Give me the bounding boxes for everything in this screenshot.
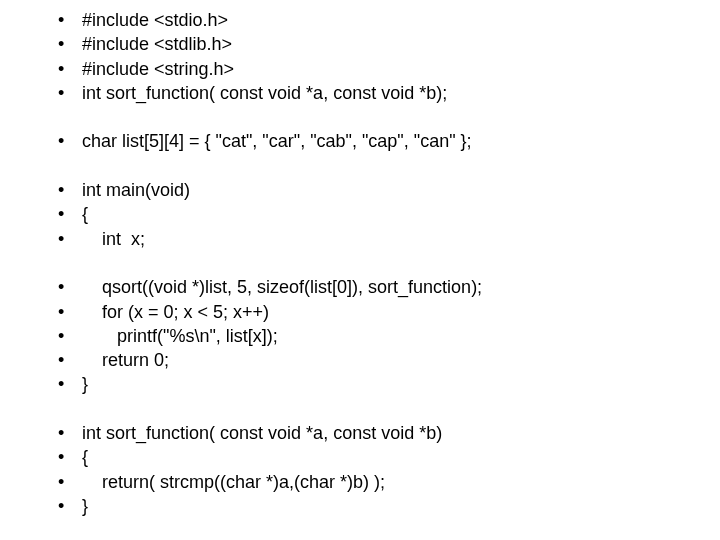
code-line: #include <stdlib.h> bbox=[50, 32, 720, 56]
code-line: return( strcmp((char *)a,(char *)b) ); bbox=[50, 470, 720, 494]
code-line bbox=[50, 397, 720, 421]
code-line bbox=[50, 251, 720, 275]
code-line: return 0; bbox=[50, 348, 720, 372]
code-line: { bbox=[50, 445, 720, 469]
code-line: printf("%s\n", list[x]); bbox=[50, 324, 720, 348]
slide-content: #include <stdio.h>#include <stdlib.h>#in… bbox=[0, 0, 720, 518]
code-line: int main(void) bbox=[50, 178, 720, 202]
code-line: int x; bbox=[50, 227, 720, 251]
code-line bbox=[50, 154, 720, 178]
code-line: #include <stdio.h> bbox=[50, 8, 720, 32]
code-line: } bbox=[50, 494, 720, 518]
code-line: #include <string.h> bbox=[50, 57, 720, 81]
code-line: } bbox=[50, 372, 720, 396]
code-line: char list[5][4] = { "cat", "car", "cab",… bbox=[50, 129, 720, 153]
code-line: { bbox=[50, 202, 720, 226]
code-list: #include <stdio.h>#include <stdlib.h>#in… bbox=[50, 8, 720, 518]
code-line bbox=[50, 105, 720, 129]
code-line: qsort((void *)list, 5, sizeof(list[0]), … bbox=[50, 275, 720, 299]
code-line: int sort_function( const void *a, const … bbox=[50, 421, 720, 445]
code-line: for (x = 0; x < 5; x++) bbox=[50, 300, 720, 324]
code-line: int sort_function( const void *a, const … bbox=[50, 81, 720, 105]
